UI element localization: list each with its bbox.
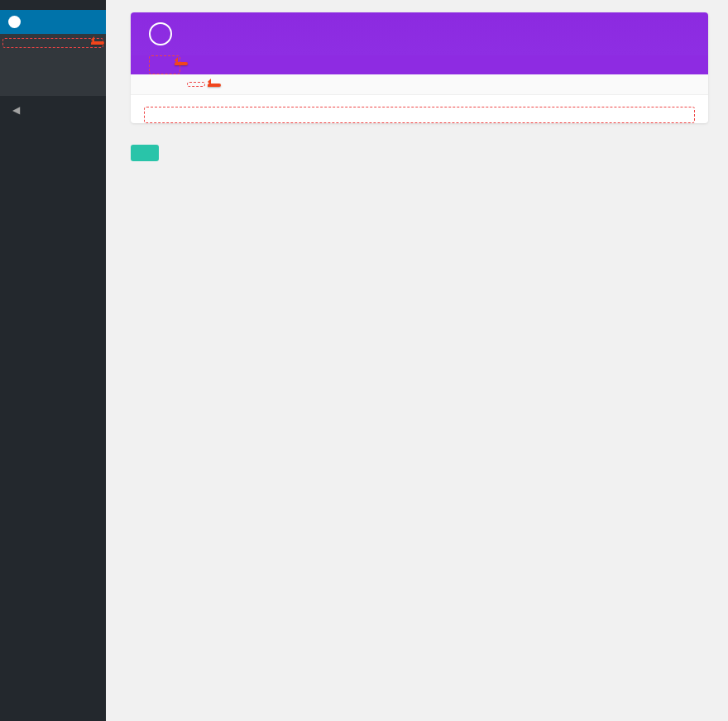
submenu-role-editor[interactable]	[0, 64, 106, 73]
divi-submenu	[0, 34, 106, 96]
collapse-menu[interactable]: ◀	[0, 96, 106, 124]
subtab-performance[interactable]	[187, 82, 205, 87]
subtab-general[interactable]	[146, 82, 162, 87]
tab-seo[interactable]	[299, 55, 329, 74]
divi-header-logo-icon	[149, 22, 172, 45]
marker-1	[91, 41, 104, 45]
tab-updates[interactable]	[359, 55, 389, 74]
collapse-icon: ◀	[8, 104, 23, 116]
main-content	[106, 0, 728, 721]
sidebar-item-divi[interactable]	[0, 10, 106, 34]
tab-builder[interactable]	[210, 55, 240, 74]
submenu-theme-customizer[interactable]	[0, 56, 106, 64]
submenu-theme-builder[interactable]	[0, 48, 106, 56]
tab-layout[interactable]	[240, 55, 270, 74]
submenu-support-center[interactable]	[0, 81, 106, 89]
tab-integration[interactable]	[329, 55, 359, 74]
submenu-divi-library[interactable]	[0, 73, 106, 81]
save-button[interactable]	[131, 145, 159, 161]
marker-2	[175, 62, 188, 65]
submenu-theme-options[interactable]	[2, 38, 103, 48]
tab-general[interactable]	[149, 55, 180, 74]
divi-logo-icon	[8, 16, 21, 28]
main-tabs	[131, 55, 708, 74]
wp-admin-sidebar: ◀	[0, 0, 106, 721]
tab-ads[interactable]	[270, 55, 299, 74]
sub-tabs	[131, 74, 708, 95]
options-panel	[131, 12, 708, 123]
panel-header	[131, 12, 708, 55]
marker-3	[208, 84, 221, 87]
settings-area	[144, 107, 695, 123]
